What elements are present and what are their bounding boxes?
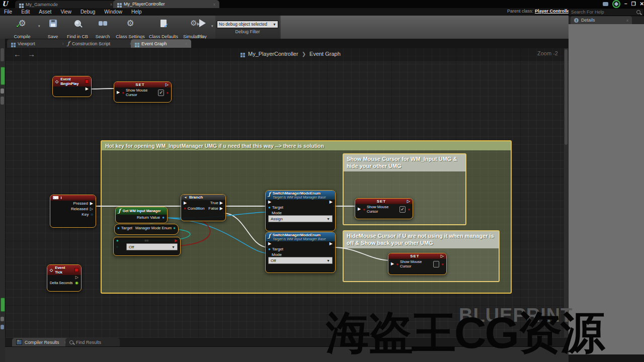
- node-get-wm-input-manager[interactable]: ƒGet WM Input Manager Return Value●: [115, 207, 168, 223]
- collapsed-panel-icon[interactable]: [1, 88, 4, 94]
- node-set-hide-mouse-cursor[interactable]: SET▷ ▶ ● Show Mouse Cursor ●: [388, 253, 447, 275]
- bool-in-pin[interactable]: ●: [396, 262, 398, 266]
- breadcrumb-root[interactable]: My_PlayerController: [248, 51, 298, 57]
- tab-construction-script[interactable]: ƒ Construction Script x: [63, 39, 136, 48]
- maximize-button[interactable]: ❐: [631, 0, 636, 8]
- debug-object-dropdown[interactable]: No debug object selected ▼: [217, 21, 278, 28]
- menu-view[interactable]: View: [60, 9, 71, 15]
- class-defaults-button[interactable]: Class Defaults: [148, 17, 179, 41]
- menu-file[interactable]: File: [4, 9, 12, 15]
- checkbox-checked[interactable]: ✓: [399, 206, 406, 213]
- node-switch-manager-mode-assign[interactable]: ƒ SwitchManagerModeEnum Target is WM Inp…: [265, 190, 336, 231]
- exec-out-pin[interactable]: ▷: [166, 83, 169, 87]
- node-branch[interactable]: ◄Branch ▶ True▶ ●Condition False▶: [181, 194, 226, 221]
- tab-close-icon[interactable]: x: [213, 2, 215, 7]
- tab-close-icon[interactable]: x: [110, 2, 112, 7]
- tab-details[interactable]: i Details x: [571, 16, 632, 24]
- object-in-pin[interactable]: ●: [268, 247, 271, 251]
- forward-arrow-icon[interactable]: →: [28, 50, 35, 58]
- bool-out-pin[interactable]: ▶: [175, 238, 178, 243]
- menu-edit[interactable]: Edit: [21, 9, 30, 15]
- close-button[interactable]: ✕: [640, 0, 644, 8]
- enum-in-pin[interactable]: ●: [116, 238, 119, 243]
- parent-class-link[interactable]: Player Controller: [535, 9, 572, 14]
- node-event-beginplay[interactable]: ◇ Event BeginPlay ▶: [52, 76, 92, 97]
- collapsed-panel-icon[interactable]: [1, 317, 4, 321]
- panel-handle[interactable]: [1, 48, 4, 61]
- exec-in-pin[interactable]: ▶: [358, 207, 361, 211]
- collapsed-tab-green[interactable]: [1, 67, 5, 85]
- node-set-show-mouse-cursor[interactable]: SET▷ ▶ ● Show Mouse Cursor ✓ ●: [355, 198, 413, 219]
- key-out-pin[interactable]: ○: [91, 212, 93, 217]
- tab-close-icon[interactable]: x: [626, 18, 628, 23]
- graph-scrollbar[interactable]: [564, 48, 568, 337]
- menu-window[interactable]: Window: [104, 9, 122, 15]
- bool-in-pin[interactable]: ●: [363, 207, 365, 212]
- tab-compiler-results[interactable]: Compiler Results x: [12, 338, 70, 346]
- menu-help[interactable]: Help: [131, 9, 142, 15]
- exec-out-pin[interactable]: ▶: [330, 242, 333, 246]
- exec-in-pin[interactable]: ▶: [268, 200, 271, 204]
- exec-out-pin[interactable]: ▷: [441, 254, 444, 258]
- class-settings-button[interactable]: ⚙ Class Settings: [115, 17, 146, 41]
- node-switch-manager-mode-off[interactable]: ƒ SwitchManagerModeEnum Target is WM Inp…: [265, 232, 336, 273]
- tab-viewport[interactable]: Viewport x: [7, 39, 68, 48]
- exec-out-false-pin[interactable]: ▶: [220, 207, 223, 211]
- exec-in-pin[interactable]: ▶: [117, 90, 120, 95]
- window-tab-my-playercontroller[interactable]: My_PlayerController x: [113, 0, 219, 8]
- comment-title[interactable]: Hot key for opening WM_InputManager UMG …: [102, 141, 511, 150]
- node-input-key-i[interactable]: ⌨I Pressed▶ Released▷ Key○: [50, 195, 96, 228]
- enum-value-dropdown[interactable]: Off▼: [126, 243, 178, 250]
- object-in-pin[interactable]: ●: [117, 226, 120, 230]
- exec-out-pin[interactable]: ▶: [330, 200, 333, 204]
- mode-dropdown[interactable]: Off▼: [268, 257, 333, 264]
- source-control-icon[interactable]: [612, 0, 620, 8]
- bool-in-pin[interactable]: ●: [122, 90, 124, 95]
- back-arrow-icon[interactable]: ←: [14, 50, 21, 58]
- node-equal-enum[interactable]: ● == ▶ Off▼: [113, 237, 181, 256]
- search-input[interactable]: [569, 10, 636, 15]
- float-out-pin[interactable]: ◉: [75, 281, 78, 285]
- node-get-manager-mode-enum[interactable]: ●Target Manager Mode Enum●: [114, 224, 179, 235]
- tab-event-graph[interactable]: Event Graph x: [131, 39, 191, 48]
- exec-out-pin[interactable]: ▶: [90, 202, 93, 206]
- bool-out-pin[interactable]: ●: [441, 262, 444, 266]
- window-tab-my-gamemode[interactable]: My_Gamemode x: [15, 1, 116, 8]
- menu-asset[interactable]: Asset: [39, 9, 51, 15]
- checkbox-checked[interactable]: ✓: [158, 89, 164, 96]
- find-in-cb-button[interactable]: Find in CB: [64, 17, 91, 41]
- feedback-bubble-icon[interactable]: [603, 2, 608, 6]
- menu-debug[interactable]: Debug: [80, 9, 95, 15]
- exec-out-pin[interactable]: ▷: [75, 276, 78, 280]
- node-set-mouse-cursor-beginplay[interactable]: SET▷ ▶ ● Show Mouse Cursor ✓ ●: [114, 81, 172, 103]
- comment-title[interactable]: Show Mouse Cursor for WM_Input UMG & hid…: [344, 154, 465, 171]
- enum-in-pin[interactable]: [116, 246, 118, 248]
- compile-dropdown-caret[interactable]: ▾: [38, 24, 40, 28]
- exec-in-pin[interactable]: ▶: [184, 201, 187, 205]
- checkbox-unchecked[interactable]: [433, 261, 439, 267]
- bool-out-pin[interactable]: ●: [408, 207, 410, 212]
- exec-out-pin[interactable]: ▷: [407, 200, 410, 204]
- bool-in-pin[interactable]: ●: [184, 206, 186, 211]
- exec-in-pin[interactable]: ▶: [268, 242, 271, 246]
- play-button[interactable]: Play: [192, 17, 212, 41]
- enum-out-pin[interactable]: ●: [173, 226, 176, 230]
- minimize-button[interactable]: –: [624, 0, 627, 8]
- help-search-box[interactable]: [569, 8, 644, 16]
- play-dropdown-caret[interactable]: ▾: [211, 24, 213, 28]
- compile-button[interactable]: ⚙✓ Compile: [8, 17, 36, 41]
- object-out-pin[interactable]: ●: [162, 215, 165, 220]
- tab-close-icon[interactable]: x: [185, 41, 187, 46]
- object-in-pin[interactable]: ●: [268, 205, 271, 210]
- exec-out-true-pin[interactable]: ▶: [220, 201, 223, 205]
- comment-title[interactable]: HideMouse Cursor if U are not using it w…: [344, 231, 499, 248]
- bool-out-pin[interactable]: ●: [166, 90, 169, 95]
- exec-out-pin[interactable]: ▶: [86, 87, 89, 91]
- save-button[interactable]: Save: [43, 17, 62, 41]
- mode-dropdown[interactable]: Assign▼: [268, 215, 333, 222]
- exec-out-pin[interactable]: ▷: [90, 207, 93, 211]
- exec-in-pin[interactable]: ▶: [391, 262, 394, 266]
- search-button[interactable]: Search: [93, 17, 113, 41]
- node-event-tick[interactable]: ◇ Event Tick ▷ Delta Seconds◉: [47, 264, 82, 292]
- collapsed-tab-green[interactable]: [1, 298, 5, 312]
